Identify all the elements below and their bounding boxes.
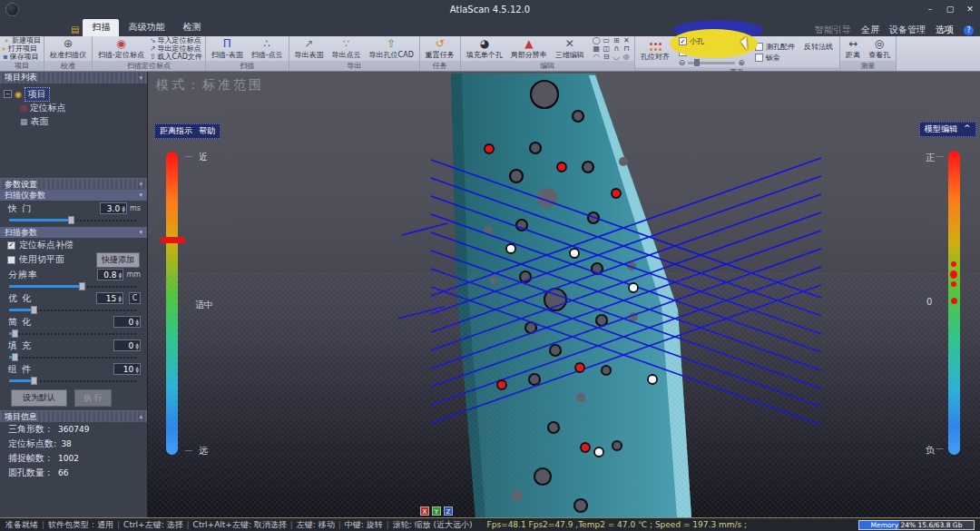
edit-tool-11-icon[interactable]: ◡ xyxy=(612,53,622,61)
edit-tool-4-icon[interactable]: ✕ xyxy=(622,36,632,44)
menu-设备管理[interactable]: 设备管理 xyxy=(889,24,926,36)
local-resolution-button[interactable]: ▲局部分辨率 xyxy=(508,38,550,60)
axis-x-badge[interactable]: X xyxy=(420,506,429,516)
component-slider[interactable] xyxy=(9,377,138,385)
fill-single-hole-button[interactable]: ◕填充单个孔 xyxy=(464,38,505,60)
tab-检测[interactable]: 检测 xyxy=(173,19,210,36)
project-tree-header[interactable]: 项目列表▾ xyxy=(0,72,147,84)
invert-normals-button[interactable]: 反转法线 xyxy=(804,42,833,52)
params-section-header[interactable]: 参数设置▾ xyxy=(0,178,147,190)
spinner-arrows-icon[interactable]: ▲▼ xyxy=(135,366,139,373)
edit-tool-9-icon[interactable]: ◠ xyxy=(592,53,602,61)
tree-item-surface[interactable]: ▦ 表面 xyxy=(4,114,143,128)
axis-z-badge[interactable]: Z xyxy=(444,506,453,516)
collapse-icon[interactable]: ▴ xyxy=(139,413,142,420)
export-surface-button[interactable]: ↗导出表面 xyxy=(292,38,327,60)
fill-slider[interactable] xyxy=(9,353,138,361)
view-hole-button[interactable]: ◎查看孔 xyxy=(866,38,893,60)
quick-add-button[interactable]: 快捷添加 xyxy=(96,252,140,268)
tree-expander-icon[interactable]: − xyxy=(4,90,12,98)
tree-item-targets[interactable]: ◎ 定位标点 xyxy=(4,101,143,114)
distance-help-link[interactable]: 帮助 xyxy=(199,125,215,137)
marker-compensation-checkbox[interactable]: 定位标点补偿 xyxy=(0,238,147,252)
edit-tool-12-icon[interactable]: ◎ xyxy=(622,53,632,61)
small-hole-checkbox-box[interactable] xyxy=(679,37,687,45)
shutter-slider[interactable] xyxy=(9,216,138,224)
calibrate-scanner-button[interactable]: ⊕校准扫描仪 xyxy=(47,38,89,60)
edit-tool-8-icon[interactable]: ⊓ xyxy=(622,44,632,53)
simplify-spinner[interactable]: 0 ▲▼ xyxy=(113,316,141,328)
close-button[interactable]: ✕ xyxy=(960,0,980,18)
spinner-arrows-icon[interactable]: ▲▼ xyxy=(135,342,139,349)
fill-spinner[interactable]: 0 ▲▼ xyxy=(113,339,141,351)
probe-accessory-checkbox[interactable]: 测孔配件 xyxy=(755,42,795,52)
scanner-params-header[interactable]: 扫描仪参数▾ xyxy=(0,190,147,201)
resolution-spinner[interactable]: 0.8 ▲▼ xyxy=(97,269,124,280)
tab-高级功能[interactable]: 高级功能 xyxy=(119,19,173,36)
scan-params-header[interactable]: 扫描参数▾ xyxy=(0,227,147,238)
scan-surface-button[interactable]: Π扫描-表面 xyxy=(209,38,246,60)
ribbon-tabs: 扫描高级功能检测 xyxy=(83,19,210,36)
tree-item-project[interactable]: − ◉ 项目 xyxy=(4,87,143,101)
optimize-slider[interactable] xyxy=(9,306,138,314)
set-default-button[interactable]: 设为默认 xyxy=(11,389,67,407)
menu-全屏[interactable]: 全屏 xyxy=(861,24,879,36)
hole-size-slider[interactable]: ⊖ ⊕ xyxy=(679,58,745,67)
sheet-metal-checkbox[interactable]: 钣金 xyxy=(755,53,833,63)
edit-3d-button[interactable]: ✕三维编辑 xyxy=(553,38,587,60)
app-logo-icon[interactable] xyxy=(5,3,19,16)
component-spinner[interactable]: 10 ▲▼ xyxy=(113,363,141,375)
export-hole-cad-button[interactable]: ⇧导出孔位CAD xyxy=(367,38,416,60)
spinner-arrows-icon[interactable]: ▲▼ xyxy=(135,319,139,326)
distance-button[interactable]: ↔距离 xyxy=(843,38,863,60)
tab-扫描[interactable]: 扫描 xyxy=(83,19,119,36)
slider-minus-icon[interactable]: ⊖ xyxy=(679,58,686,67)
menu-选项[interactable]: 选项 xyxy=(936,24,954,36)
spinner-arrows-icon[interactable]: ▲▼ xyxy=(122,205,125,212)
help-icon[interactable]: ? xyxy=(964,25,974,35)
maximize-button[interactable]: ▢ xyxy=(940,0,960,18)
small-hole-checkbox[interactable]: 小孔 xyxy=(679,36,745,46)
collapse-icon[interactable]: ▾ xyxy=(139,181,142,188)
hole-align-button[interactable]: 孔位对齐 xyxy=(638,42,672,62)
spinner-arrows-icon[interactable]: ▲▼ xyxy=(119,271,122,279)
collapse-icon[interactable]: ▾ xyxy=(139,192,142,199)
optimize-row: 优 化 15 ▲▼ C xyxy=(0,290,147,306)
export-pointcloud-label: 导出点云 xyxy=(332,50,361,60)
axis-y-badge[interactable]: Y xyxy=(432,506,441,516)
menu-智能引导[interactable]: 智能引导 xyxy=(815,24,851,36)
project-info-header[interactable]: 项目信息▴ xyxy=(0,410,147,422)
save-project-button[interactable]: ▪保存项目 xyxy=(3,53,41,61)
optimize-spinner[interactable]: 15 ▲▼ xyxy=(96,292,123,304)
edit-tool-2-icon[interactable]: ▭ xyxy=(602,36,612,44)
edit-tool-5-icon[interactable]: ▦ xyxy=(592,44,602,53)
optimize-refresh-button[interactable]: C xyxy=(129,292,141,304)
load-cad-file-button[interactable]: ⇧载入CAD文件 xyxy=(150,53,202,61)
slider-plus-icon[interactable]: ⊕ xyxy=(738,58,745,67)
execute-button[interactable]: 执 行 xyxy=(74,389,112,407)
reset-task-button[interactable]: ↺重置任务 xyxy=(423,38,457,60)
collapse-icon[interactable]: ▾ xyxy=(139,74,142,82)
edit-tool-10-icon[interactable]: ⊟ xyxy=(602,53,612,61)
edit-tool-6-icon[interactable]: ◫ xyxy=(602,44,612,53)
scan-targets-button[interactable]: ◉扫描-定位标点 xyxy=(95,38,147,60)
collapse-icon[interactable]: ▾ xyxy=(139,229,142,236)
resolution-slider[interactable] xyxy=(9,282,138,290)
cut-plane-checkbox[interactable]: 使用切平面 快捷添加 xyxy=(0,252,147,267)
edit-tool-1-icon[interactable]: ◯ xyxy=(592,36,602,44)
sheet-metal-checkbox-box[interactable] xyxy=(755,54,763,62)
collapse-icon[interactable]: ^ xyxy=(964,123,971,135)
minimize-button[interactable]: – xyxy=(920,0,940,18)
shutter-spinner[interactable]: 3.0 ▲▼ xyxy=(100,202,127,214)
scan-pointcloud-button[interactable]: ∴扫描-点云 xyxy=(249,38,286,60)
calibrate-scanner-icon: ⊕ xyxy=(64,38,73,50)
window-controls: – ▢ ✕ xyxy=(920,0,980,18)
edit-tool-3-icon[interactable]: ⊞ xyxy=(612,36,622,44)
simplify-slider[interactable] xyxy=(9,329,138,338)
spinner-arrows-icon[interactable]: ▲▼ xyxy=(118,295,122,302)
marker-point-red xyxy=(612,189,621,198)
hole-size-slider-thumb[interactable] xyxy=(694,59,700,66)
edit-tool-7-icon[interactable]: ∩ xyxy=(612,44,622,53)
viewport-3d[interactable]: 模式：标准范围 距离指示 帮助 — 近 适中 — 远 模型编辑 ^ 正 — 0 … xyxy=(148,72,980,517)
export-pointcloud-button[interactable]: ∵导出点云 xyxy=(329,38,364,60)
